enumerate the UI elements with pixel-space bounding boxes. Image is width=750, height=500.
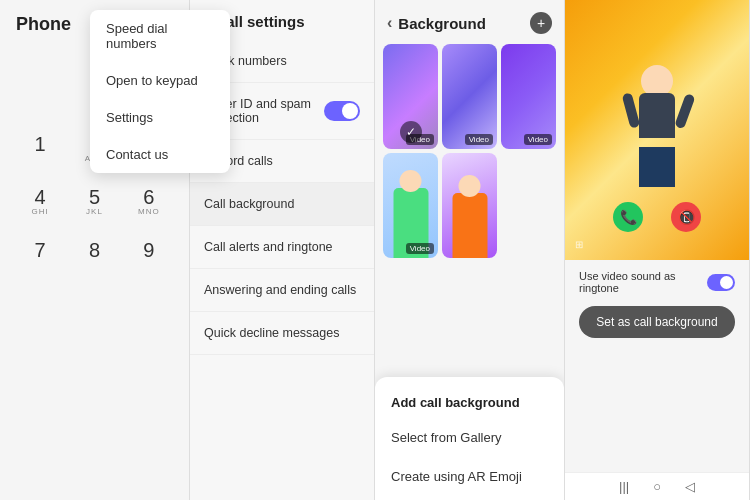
video-badge-4: Video <box>406 243 434 254</box>
dial-key-5[interactable]: 5JKL <box>70 178 118 225</box>
dial-key-1[interactable]: 1 <box>16 125 64 172</box>
background-thumb-5[interactable] <box>442 153 497 258</box>
dropdown-item-keypad[interactable]: Open to keypad <box>90 62 230 99</box>
settings-answering-ending[interactable]: Answering and ending calls <box>190 269 374 312</box>
popup-title: Add call background <box>375 385 564 418</box>
caller-id-toggle[interactable] <box>324 101 360 121</box>
layout-indicator: ⊞ <box>575 239 583 250</box>
preview-panel: 📞 📵 ⊞ Use video sound as ringtone Set as… <box>565 0 750 500</box>
select-gallery-option[interactable]: Select from Gallery <box>375 418 564 457</box>
background-grid: Video ✓ Video Video Video <box>375 44 564 262</box>
preview-decline-button[interactable]: 📵 <box>671 202 701 232</box>
set-background-button[interactable]: Set as call background <box>579 306 735 338</box>
phone-panel: Phone Speed dial numbers Open to keypad … <box>0 0 190 500</box>
preview-nav-bar: ||| ○ ◁ <box>565 472 749 500</box>
dropdown-item-speed-dial[interactable]: Speed dial numbers <box>90 10 230 62</box>
settings-alerts-ringtone[interactable]: Call alerts and ringtone <box>190 226 374 269</box>
video-sound-label: Use video sound as ringtone <box>579 270 707 294</box>
emoji-arm-left <box>622 92 641 128</box>
emoji-arm-right <box>674 93 695 129</box>
preview-controls: Use video sound as ringtone Set as call … <box>565 260 749 348</box>
background-back-arrow-icon[interactable]: ‹ <box>387 14 392 32</box>
create-ar-emoji-option[interactable]: Create using AR Emoji <box>375 457 564 496</box>
background-panel: ‹ Background + Video ✓ Video Video <box>375 0 565 500</box>
settings-quick-decline[interactable]: Quick decline messages <box>190 312 374 355</box>
background-thumb-3[interactable]: Video <box>501 44 556 149</box>
emoji-legs <box>639 147 675 187</box>
background-thumb-1[interactable]: Video ✓ <box>383 44 438 149</box>
selected-check-icon: ✓ <box>400 121 422 143</box>
nav-menu-icon[interactable]: ||| <box>619 479 629 494</box>
preview-accept-button[interactable]: 📞 <box>613 202 643 232</box>
dial-key-6[interactable]: 6MNO <box>125 178 173 225</box>
dial-key-7[interactable]: 7 <box>16 231 64 269</box>
video-badge-3: Video <box>524 134 552 145</box>
dial-key-8[interactable]: 8 <box>70 231 118 269</box>
settings-call-background[interactable]: Call background <box>190 183 374 226</box>
dial-key-4[interactable]: 4GHI <box>16 178 64 225</box>
dropdown-item-contact[interactable]: Contact us <box>90 136 230 173</box>
background-title: ‹ Background <box>387 14 486 32</box>
preview-call-buttons: 📞 📵 <box>565 202 749 232</box>
video-badge-2: Video <box>465 134 493 145</box>
add-background-popup: Add call background Select from Gallery … <box>375 377 564 500</box>
video-sound-toggle-row: Use video sound as ringtone <box>579 270 735 294</box>
dial-key-9[interactable]: 9 <box>125 231 173 269</box>
emoji-torso <box>639 93 675 138</box>
background-thumb-2[interactable]: Video <box>442 44 497 149</box>
nav-home-icon[interactable]: ○ <box>653 479 661 494</box>
ar-emoji-figure <box>622 65 692 195</box>
video-sound-toggle[interactable] <box>707 274 735 291</box>
add-background-button[interactable]: + <box>530 12 552 34</box>
preview-background: 📞 📵 ⊞ <box>565 0 749 260</box>
dropdown-item-settings[interactable]: Settings <box>90 99 230 136</box>
background-thumb-4[interactable]: Video <box>383 153 438 258</box>
nav-back-icon[interactable]: ◁ <box>685 479 695 494</box>
phone-dropdown: Speed dial numbers Open to keypad Settin… <box>90 10 230 173</box>
background-panel-header: ‹ Background + <box>375 0 564 44</box>
